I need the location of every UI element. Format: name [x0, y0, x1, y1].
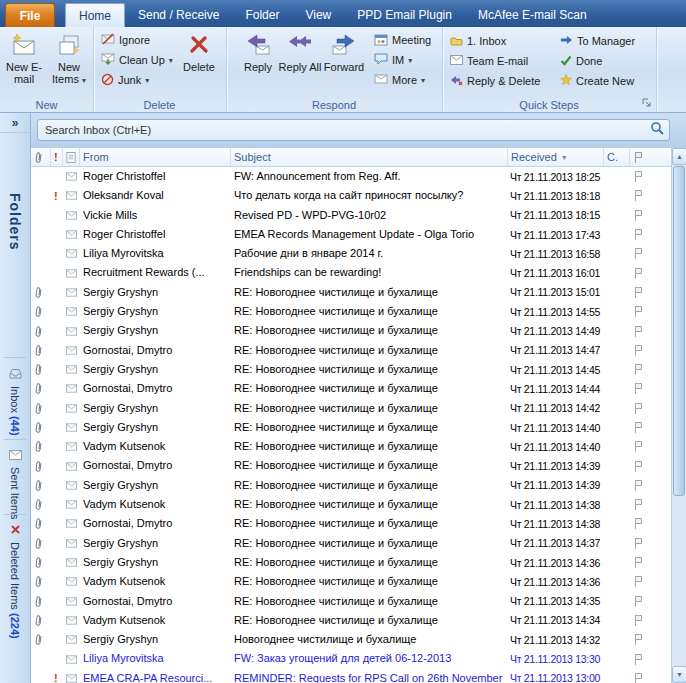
flag-cell[interactable] — [630, 267, 671, 280]
email-row[interactable]: Sergiy Gryshyn RE: Новогоднее чистилище … — [31, 399, 671, 418]
email-row[interactable]: Gornostai, Dmytro RE: Новогоднее чистили… — [31, 592, 671, 611]
flag-cell[interactable] — [630, 440, 671, 453]
email-row[interactable]: Vadym Kutsenok RE: Новогоднее чистилище … — [31, 495, 671, 514]
column-header-subject[interactable]: Subject — [231, 148, 508, 166]
flag-cell[interactable] — [630, 460, 671, 473]
junk-button[interactable]: Junk ▾ — [99, 71, 175, 89]
email-row[interactable]: Gornostai, Dmytro RE: Новогоднее чистили… — [31, 456, 671, 475]
more-button[interactable]: More ▾ — [372, 71, 433, 89]
flag-cell[interactable] — [630, 286, 671, 299]
email-row[interactable]: Sergiy Gryshyn RE: Новогоднее чистилище … — [31, 321, 671, 340]
email-row[interactable]: Sergiy Gryshyn Новогоднее чистилище и бу… — [31, 630, 671, 649]
meeting-button[interactable]: Meeting — [372, 31, 433, 49]
flag-cell[interactable] — [630, 247, 671, 260]
email-row[interactable]: Roger Christoffel EMEA Records Managemen… — [31, 225, 671, 244]
sort-descending-icon: ▼ — [561, 154, 568, 161]
flag-cell[interactable] — [630, 382, 671, 395]
row-from: Liliya Myrovitska — [80, 244, 231, 263]
sidebar-item-deleted-items[interactable]: Deleted Items(224) — [0, 521, 30, 639]
vertical-scrollbar[interactable]: ▲ ▼ — [671, 148, 686, 683]
email-row[interactable]: ! EMEA CRA-PA Resourci... REMINDER: Requ… — [31, 669, 671, 683]
flag-cell[interactable] — [630, 421, 671, 434]
tab-home[interactable]: Home — [65, 3, 125, 27]
email-row[interactable]: Sergiy Gryshyn RE: Новогоднее чистилище … — [31, 283, 671, 302]
email-row[interactable]: Vadym Kutsenok RE: Новогоднее чистилище … — [31, 611, 671, 630]
email-row[interactable]: Gornostai, Dmytro RE: Новогоднее чистили… — [31, 341, 671, 360]
flag-cell[interactable] — [630, 189, 671, 202]
column-header-from[interactable]: From — [80, 148, 231, 166]
email-row[interactable]: Roger Christoffel FW: Announcement from … — [31, 167, 671, 186]
scroll-up-button[interactable]: ▲ — [672, 148, 686, 165]
flag-cell[interactable] — [630, 575, 671, 588]
flag-cell[interactable] — [630, 305, 671, 318]
column-header-categories[interactable]: C. — [604, 148, 630, 166]
email-row[interactable]: Vickie Mills Revised PD - WPD-PVG-10r02 … — [31, 206, 671, 225]
email-row[interactable]: Vadym Kutsenok RE: Новогоднее чистилище … — [31, 572, 671, 591]
new-email-button[interactable]: New E-mail — [2, 29, 46, 99]
flag-cell[interactable] — [630, 517, 671, 530]
delete-button[interactable]: Delete — [177, 29, 221, 99]
tab-mcafee-email-scan[interactable]: McAfee E-mail Scan — [465, 3, 600, 27]
email-row[interactable]: Vadym Kutsenok RE: Новогоднее чистилище … — [31, 437, 671, 456]
tab-view[interactable]: View — [292, 3, 344, 27]
flag-cell[interactable] — [630, 633, 671, 646]
email-row[interactable]: Gornostai, Dmytro RE: Новогоднее чистили… — [31, 514, 671, 533]
flag-cell[interactable] — [630, 556, 671, 569]
email-row[interactable]: Sergiy Gryshyn RE: Новогоднее чистилище … — [31, 302, 671, 321]
flag-cell[interactable] — [630, 402, 671, 415]
flag-cell[interactable] — [630, 479, 671, 492]
im-button[interactable]: IM ▾ — [372, 51, 433, 69]
search-icon[interactable] — [650, 121, 664, 139]
new-items-button[interactable]: New Items ▾ — [47, 29, 91, 99]
tab-ppd-email-plugin[interactable]: PPD Email Plugin — [344, 3, 465, 27]
scrollbar-thumb[interactable] — [673, 166, 685, 496]
forward-button[interactable]: Forward — [322, 29, 366, 99]
quick-step-reply-delete[interactable]: Reply & Delete — [450, 72, 550, 90]
email-row[interactable]: Sergiy Gryshyn RE: Новогоднее чистилище … — [31, 534, 671, 553]
column-header-received[interactable]: Received ▼ — [508, 148, 604, 166]
sidebar-item-inbox[interactable]: Inbox(44) — [0, 365, 30, 435]
quick-step-team-email[interactable]: Team E-mail — [450, 52, 550, 70]
row-received: Чт 21.11.2013 14:34 — [508, 614, 604, 626]
flag-cell[interactable] — [630, 170, 671, 183]
email-row[interactable]: Gornostai, Dmytro RE: Новогоднее чистили… — [31, 379, 671, 398]
email-row[interactable]: Recruitment Rewards (... Friendships can… — [31, 263, 671, 282]
flag-cell[interactable] — [630, 363, 671, 376]
column-header-importance[interactable]: ! — [51, 148, 63, 166]
flag-cell[interactable] — [630, 498, 671, 511]
flag-cell[interactable] — [630, 325, 671, 338]
email-row[interactable]: Sergiy Gryshyn RE: Новогоднее чистилище … — [31, 360, 671, 379]
reply-button[interactable]: Reply — [236, 29, 280, 99]
flag-cell[interactable] — [630, 209, 671, 222]
email-row[interactable]: ! Oleksandr Koval Что делать когда на са… — [31, 186, 671, 205]
email-row[interactable]: Sergiy Gryshyn RE: Новогоднее чистилище … — [31, 418, 671, 437]
expand-pane-button[interactable]: » — [0, 113, 30, 133]
flag-cell[interactable] — [630, 344, 671, 357]
clean-up-button[interactable]: Clean Up ▾ — [99, 51, 175, 69]
email-row[interactable]: Sergiy Gryshyn RE: Новогоднее чистилище … — [31, 476, 671, 495]
flag-cell[interactable] — [630, 672, 671, 683]
tab-send-receive[interactable]: Send / Receive — [125, 3, 232, 27]
quick-step-inbox[interactable]: 1. Inbox — [450, 32, 550, 50]
scroll-down-button[interactable]: ▼ — [672, 666, 686, 683]
column-header-attachment[interactable] — [31, 148, 51, 166]
quick-step-create-new[interactable]: Create New — [560, 72, 660, 90]
search-input[interactable] — [43, 123, 650, 137]
flag-cell[interactable] — [630, 595, 671, 608]
ignore-button[interactable]: Ignore — [99, 31, 175, 49]
column-header-flag[interactable] — [630, 148, 671, 166]
reply-all-button[interactable]: Reply All — [278, 29, 322, 99]
email-row[interactable]: Liliya Myrovitska FW: Заказ угощений для… — [31, 649, 671, 668]
tab-folder[interactable]: Folder — [232, 3, 292, 27]
quick-step-done[interactable]: Done — [560, 52, 660, 70]
email-row[interactable]: Liliya Myrovitska Рабочие дни в январе 2… — [31, 244, 671, 263]
flag-cell[interactable] — [630, 537, 671, 550]
flag-cell[interactable] — [630, 614, 671, 627]
flag-cell[interactable] — [630, 653, 671, 666]
quick-step-to-manager[interactable]: To Manager — [560, 32, 660, 50]
email-row[interactable]: Sergiy Gryshyn RE: Новогоднее чистилище … — [31, 553, 671, 572]
tab-file[interactable]: File — [5, 3, 55, 27]
flag-cell[interactable] — [630, 228, 671, 241]
column-header-icon[interactable] — [63, 148, 80, 166]
sidebar-item-sent-items[interactable]: Sent Items — [0, 446, 30, 520]
